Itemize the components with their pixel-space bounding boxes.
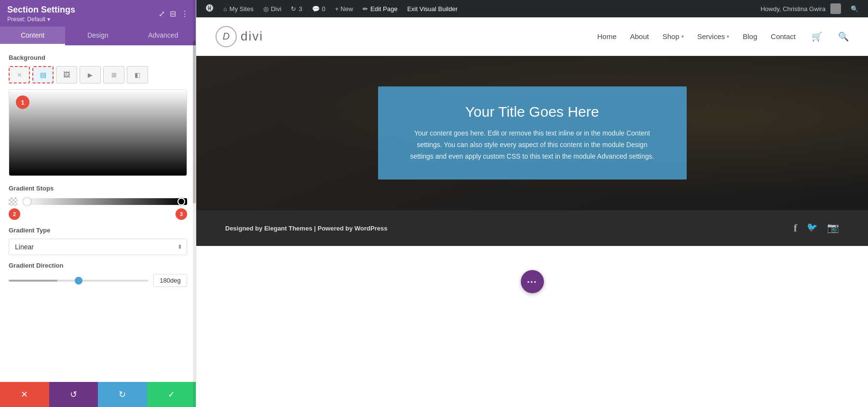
tab-design[interactable]: Design [65, 27, 130, 45]
hero-section: Your Title Goes Here Your content goes h… [196, 56, 868, 210]
exit-builder-label: Exit Visual Builder [407, 5, 458, 13]
nav-link-shop[interactable]: Shop ▾ [663, 32, 684, 41]
gradient-stops-section: Gradient Stops 2 3 [9, 185, 187, 220]
site-footer: Designed by Elegant Themes | Powered by … [196, 210, 868, 246]
gradient-canvas[interactable]: 1 [9, 89, 187, 176]
pattern-bg-icon: ⊞ [111, 71, 117, 79]
stop-3-label: 3 [176, 208, 187, 220]
gradient-stops-track[interactable] [21, 197, 187, 206]
cancel-button[interactable]: ✕ [0, 382, 49, 407]
divi-icon: ◎ [263, 5, 269, 13]
search-nav-icon[interactable]: 🔍 [838, 31, 849, 42]
preset-label: Preset: Default [7, 16, 45, 23]
redo-button[interactable]: ↻ [98, 382, 147, 407]
hero-description: Your content goes here. Edit or remove t… [407, 128, 658, 162]
bg-type-image[interactable]: 🖼 [56, 66, 77, 83]
footer-social-icons: f 🐦 📷 [794, 222, 839, 234]
bg-type-color[interactable]: ▤ [32, 66, 54, 83]
comments-item[interactable]: 💬 0 [307, 0, 330, 17]
bg-type-video[interactable]: ▶ [80, 66, 101, 83]
no-bg-icon: ✕ [17, 71, 22, 79]
nav-link-about[interactable]: About [630, 32, 649, 41]
cart-icon[interactable]: 🛒 [812, 31, 822, 42]
gradient-type-section: Gradient Type Linear Radial ⬍ [9, 227, 187, 255]
bg-type-pattern[interactable]: ⊞ [103, 66, 124, 83]
wordpress-link[interactable]: WordPress [354, 225, 387, 232]
save-button[interactable]: ✓ [147, 382, 196, 407]
search-icon: 🔍 [851, 5, 858, 13]
comments-count: 0 [322, 5, 326, 13]
stop-2-label: 2 [9, 208, 20, 220]
gradient-type-label: Gradient Type [9, 227, 187, 234]
more-icon[interactable]: ⋮ [181, 9, 189, 18]
below-fold-area: ●●● [196, 246, 868, 342]
panel-title: Section Settings [7, 5, 75, 15]
site-nav-links: Home About Shop ▾ Services ▾ Blog Contac [597, 31, 849, 42]
undo-button[interactable]: ↺ [49, 382, 98, 407]
gradient-direction-label: Gradient Direction [9, 262, 187, 269]
site-nav: D divi Home About Shop ▾ Services ▾ [196, 17, 868, 56]
floating-action-button[interactable]: ●●● [521, 270, 544, 293]
panel-header-icons: ⤢ ⊟ ⋮ [159, 9, 189, 18]
gradient-type-select-wrapper: Linear Radial ⬍ [9, 239, 187, 255]
wp-bar-right: Howdy, Christina Gwira 🔍 [756, 3, 863, 14]
panel-actions: ✕ ↺ ↻ ✓ [0, 382, 196, 407]
stop-handle-left[interactable] [23, 198, 31, 205]
chevron-down-icon: ▾ [681, 34, 684, 39]
color-bg-icon: ▤ [40, 71, 46, 79]
gradient-stop-1-label: 1 [16, 95, 29, 109]
edit-page-item[interactable]: ✏ Edit Page [358, 0, 402, 17]
background-label: Background [9, 54, 187, 61]
wp-admin-bar: 🅦 ⌂ My Sites ◎ Divi ↻ 3 💬 0 + New ✏ Edit… [196, 0, 868, 17]
panel-header: Section Settings Preset: Default ▾ ⤢ ⊟ ⋮ [0, 0, 196, 27]
gradient-direction-input[interactable] [153, 274, 187, 287]
instagram-icon[interactable]: 📷 [827, 222, 839, 234]
exit-builder-item[interactable]: Exit Visual Builder [402, 0, 462, 17]
facebook-icon[interactable]: f [794, 222, 797, 234]
video-bg-icon: ▶ [88, 71, 93, 79]
new-label: + New [335, 5, 353, 13]
howdy-item[interactable]: Howdy, Christina Gwira [756, 3, 846, 14]
site-logo[interactable]: D divi [216, 26, 263, 47]
hero-title: Your Title Goes Here [407, 104, 658, 120]
hero-content-box[interactable]: Your Title Goes Here Your content goes h… [378, 86, 687, 179]
nav-link-contact[interactable]: Contact [771, 32, 796, 41]
mask-bg-icon: ◧ [135, 71, 140, 79]
elegant-themes-link[interactable]: Elegant Themes [264, 225, 312, 232]
edit-icon: ✏ [363, 5, 368, 13]
nav-link-home[interactable]: Home [597, 32, 616, 41]
gradient-direction-slider[interactable] [9, 280, 149, 282]
wp-logo-item[interactable]: 🅦 [201, 0, 218, 17]
resize-icon[interactable]: ⤢ [159, 9, 165, 18]
nav-link-services[interactable]: Services ▾ [697, 32, 730, 41]
logo-circle: D [216, 26, 237, 47]
stop-handle-right[interactable] [177, 198, 185, 205]
logo-letter: D [223, 31, 230, 42]
main-area: 🅦 ⌂ My Sites ◎ Divi ↻ 3 💬 0 + New ✏ Edit… [196, 0, 868, 407]
preset-selector[interactable]: Preset: Default ▾ [7, 16, 75, 23]
stop-labels: 2 3 [9, 208, 187, 220]
updates-item[interactable]: ↻ 3 [286, 0, 307, 17]
stop-checkered-indicator [9, 197, 17, 206]
search-item[interactable]: 🔍 [846, 5, 863, 13]
footer-prefix: Designed by [225, 225, 264, 232]
nav-link-blog[interactable]: Blog [743, 32, 757, 41]
home-icon: ⌂ [223, 5, 227, 13]
twitter-icon[interactable]: 🐦 [807, 222, 817, 234]
columns-icon[interactable]: ⊟ [170, 9, 176, 18]
bg-type-none[interactable]: ✕ [9, 66, 30, 83]
howdy-label: Howdy, Christina Gwira [760, 5, 826, 13]
more-options-icon: ●●● [527, 280, 537, 284]
tab-content[interactable]: Content [0, 27, 65, 45]
gradient-type-select[interactable]: Linear Radial [9, 239, 187, 255]
footer-text: Designed by Elegant Themes | Powered by … [225, 225, 387, 232]
wordpress-icon: 🅦 [206, 4, 214, 13]
new-item[interactable]: + New [330, 0, 358, 17]
divi-item[interactable]: ◎ Divi [258, 0, 286, 17]
tab-advanced[interactable]: Advanced [131, 27, 196, 45]
my-sites-item[interactable]: ⌂ My Sites [218, 0, 258, 17]
logo-text: divi [241, 29, 263, 44]
bg-type-mask[interactable]: ◧ [127, 66, 148, 83]
panel-body: Background ✕ ▤ 🖼 ▶ ⊞ ◧ 1 [0, 45, 196, 382]
scrollbar[interactable] [193, 0, 196, 407]
